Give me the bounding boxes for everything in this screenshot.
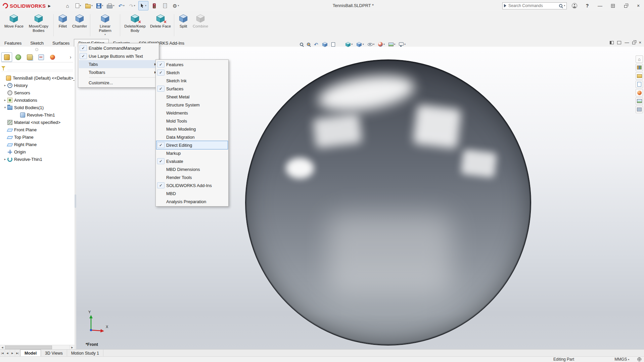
hide-show-items-button[interactable]: ▾ (368, 43, 375, 46)
submenu-item-surfaces[interactable]: ✓Surfaces (156, 85, 228, 93)
apply-scene-button[interactable]: ▾ (388, 43, 396, 46)
undo-button[interactable]: ↶▾ (117, 1, 126, 10)
submenu-item-data-migration[interactable]: Data Migration (156, 133, 228, 141)
tree-item-top-plane[interactable]: Top Plane (0, 133, 75, 141)
submenu-item-sketch-ink[interactable]: Sketch Ink (156, 77, 228, 85)
resources-tab[interactable]: ⌂ (636, 55, 643, 63)
submenu-item-solidworks-add-ins[interactable]: ✓SOLIDWORKS Add-Ins (156, 181, 228, 189)
expand-arrow-icon[interactable]: ▸ (3, 98, 7, 102)
delete-keep-body-button[interactable]: × Delete/Keep Body (122, 12, 148, 37)
expand-arrow-icon[interactable]: ▸ (3, 84, 7, 87)
zoom-to-area-button[interactable] (307, 43, 310, 46)
search-icon[interactable] (559, 4, 562, 7)
previous-view-button[interactable]: ↶ (314, 42, 318, 47)
linear-pattern-button[interactable]: Linear Pattern ▾ (92, 12, 119, 37)
tree-item-origin[interactable]: Origin (0, 148, 75, 155)
propertymanager-tab[interactable] (13, 52, 24, 62)
tab-scroll-first[interactable]: |◀ (0, 350, 5, 357)
search-input[interactable] (508, 3, 558, 8)
submenu-item-direct-editing[interactable]: ✓Direct Editing (156, 141, 228, 149)
rebuild-button[interactable] (150, 1, 159, 10)
design-library-tab[interactable] (636, 64, 643, 71)
dropdown-caret-icon[interactable]: ▾ (134, 4, 135, 7)
menu-item-customize[interactable]: Customize... (79, 79, 158, 87)
tab-scroll-next[interactable]: ▶ (10, 350, 15, 357)
tree-item-solid-bodies[interactable]: ▾ Solid Bodies(1) (0, 104, 75, 111)
options-button[interactable]: ⚙▾ (171, 1, 181, 10)
tab-3d-views[interactable]: 3D Views (41, 350, 67, 357)
tab-scroll-prev[interactable]: ◀ (5, 350, 10, 357)
submenu-item-analysis-preparation[interactable]: Analysis Preparation (156, 197, 228, 206)
dropdown-caret-icon[interactable]: ▾ (145, 4, 146, 7)
submenu-item-mesh-modeling[interactable]: Mesh Modeling (156, 125, 228, 133)
submenu-item-mold-tools[interactable]: Mold Tools (156, 117, 228, 125)
dropdown-caret-icon[interactable]: ▾ (123, 4, 125, 7)
open-button[interactable]: ▾ (84, 1, 94, 10)
help-button[interactable]: ? (582, 1, 592, 10)
menu-item-toolbars[interactable]: Toolbars ▶ (79, 68, 158, 76)
document-minimize-icon[interactable]: — (625, 40, 629, 45)
chamfer-button[interactable]: Chamfer (71, 12, 89, 37)
submenu-item-structure-system[interactable]: Structure System (156, 101, 228, 109)
submenu-item-mbd[interactable]: MBD (156, 189, 228, 197)
appearances-tab[interactable] (636, 89, 643, 96)
split-button[interactable]: Split (176, 12, 191, 37)
submenu-item-sheet-metal[interactable]: Sheet Metal (156, 93, 228, 101)
view-settings-button[interactable]: ▾ (399, 42, 406, 47)
expand-arrow-icon[interactable]: ▸ (3, 157, 7, 161)
submenu-item-weldments[interactable]: Weldments (156, 109, 228, 117)
search-caret-icon[interactable]: ▾ (564, 4, 565, 7)
panel-resize-handle[interactable] (35, 48, 38, 51)
dropdown-caret-icon[interactable]: ▾ (102, 4, 103, 7)
tab-scroll-last[interactable]: ▶| (15, 350, 20, 357)
dropdown-caret-icon[interactable]: ▾ (363, 43, 364, 46)
home-button[interactable]: ⌂ (63, 1, 72, 10)
tree-item-front-plane[interactable]: Front Plane (0, 126, 75, 133)
featuremanager-tab[interactable] (1, 52, 12, 62)
tree-item-sensors[interactable]: Sensors (0, 89, 75, 96)
submenu-item-mbd-dimensions[interactable]: MBD Dimensions (156, 165, 228, 173)
file-explorer-tab[interactable] (636, 72, 643, 80)
dropdown-caret-icon[interactable]: ▾ (104, 33, 106, 36)
dropdown-caret-icon[interactable]: ▾ (113, 4, 114, 7)
custom-properties-tab[interactable] (636, 106, 643, 113)
dynamic-annotation-views-button[interactable] (331, 42, 335, 47)
scrollbar-thumb[interactable] (5, 346, 52, 349)
restore-button[interactable] (620, 1, 631, 10)
minimize-button[interactable]: — (595, 1, 605, 10)
section-view-button[interactable] (322, 42, 328, 47)
displaymanager-tab[interactable] (47, 52, 58, 62)
tree-item-history[interactable]: ▸ History (0, 82, 75, 89)
submenu-item-features[interactable]: ✓Features (156, 60, 228, 69)
tree-item-material[interactable]: Material <not specified> (0, 119, 75, 126)
document-close-icon[interactable]: × (639, 40, 641, 45)
dropdown-caret-icon[interactable]: ▾ (373, 43, 375, 46)
move-face-button[interactable]: Move Face (3, 12, 25, 37)
tab-motion-study-1[interactable]: Motion Study 1 (67, 350, 103, 357)
display-style-button[interactable]: ▾ (356, 42, 364, 47)
delete-face-button[interactable]: × Delete Face (148, 12, 173, 37)
submenu-item-evaluate[interactable]: ✓Evaluate (156, 157, 228, 165)
submenu-item-markup[interactable]: Markup (156, 149, 228, 157)
menu-item-tabs[interactable]: Tabs ▶ (79, 60, 158, 68)
tab-surfaces[interactable]: Surfaces (48, 39, 74, 47)
edit-appearance-button[interactable]: ▾ (378, 42, 385, 47)
show-pane-icon[interactable] (617, 41, 621, 44)
menu-expand-arrow-icon[interactable]: ▶ (48, 4, 51, 8)
scenes-tab[interactable] (636, 97, 643, 105)
file-properties-button[interactable] (160, 1, 170, 10)
globe-icon[interactable] (637, 357, 641, 361)
solidworks-menu-button[interactable]: SOLIDWORKS ▶ (0, 3, 54, 9)
dropdown-caret-icon[interactable]: ▾ (178, 4, 179, 7)
window-layout-button[interactable] (608, 1, 618, 10)
save-button[interactable]: ▾ (95, 1, 104, 10)
filter-funnel-icon[interactable] (1, 66, 5, 69)
dropdown-caret-icon[interactable]: ▾ (352, 43, 353, 46)
units-selector[interactable]: MMGS ▴ (614, 357, 629, 362)
expand-arrow-icon[interactable]: ▾ (3, 106, 7, 109)
submenu-item-render-tools[interactable]: Render Tools (156, 173, 228, 181)
tree-item-revolve-thin-feature[interactable]: ▸ Revolve-Thin1 (0, 155, 75, 163)
document-restore-icon[interactable] (632, 42, 635, 44)
menu-item-enable-commandmanager[interactable]: ✓ Enable CommandManager (79, 44, 158, 52)
dimxpertmanager-tab[interactable] (36, 52, 46, 62)
